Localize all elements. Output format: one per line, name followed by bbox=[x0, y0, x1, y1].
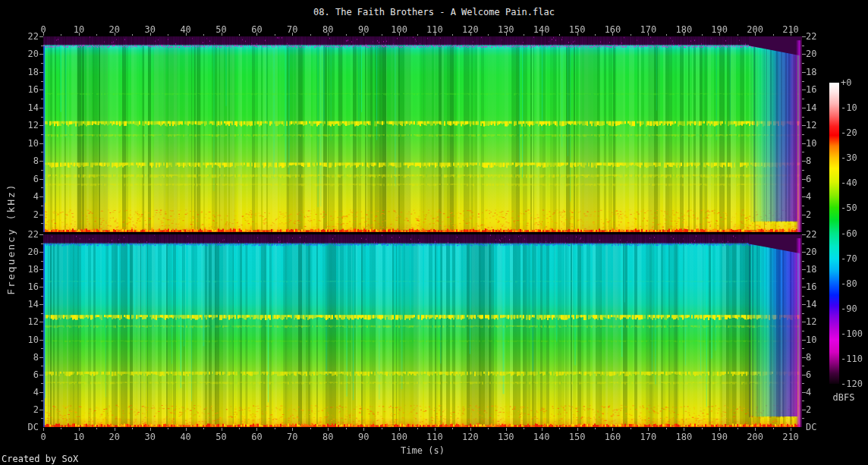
tick-mark bbox=[186, 33, 187, 36]
tick-mark bbox=[186, 428, 187, 431]
tick-mark bbox=[802, 322, 806, 322]
tick-mark bbox=[648, 33, 649, 36]
freq-tick-label: 2 bbox=[33, 404, 39, 414]
tick-mark bbox=[577, 33, 578, 36]
tick-mark bbox=[39, 252, 43, 253]
tick-mark bbox=[41, 278, 43, 279]
freq-tick-label: 20 bbox=[28, 49, 39, 59]
tick-mark bbox=[542, 33, 542, 36]
tick-mark bbox=[39, 357, 43, 358]
freq-tick-label: 4 bbox=[806, 192, 811, 202]
tick-mark bbox=[802, 348, 804, 349]
freq-tick-label: 10 bbox=[806, 335, 816, 344]
freq-tick-label: 6 bbox=[806, 174, 811, 184]
time-tick-label: 70 bbox=[287, 432, 297, 442]
tick-mark bbox=[310, 34, 311, 36]
tick-mark bbox=[39, 161, 43, 162]
freq-tick-label: 22 bbox=[28, 230, 39, 240]
tick-mark bbox=[39, 375, 43, 375]
colorbar-tick-label: -120 bbox=[841, 379, 863, 389]
tick-mark bbox=[203, 34, 204, 36]
tick-mark bbox=[96, 34, 97, 36]
tick-mark bbox=[43, 428, 44, 431]
tick-mark bbox=[802, 375, 806, 375]
time-tick-label: 60 bbox=[251, 432, 262, 442]
freq-tick-label: 14 bbox=[28, 300, 39, 309]
tick-mark bbox=[382, 428, 382, 429]
tick-mark bbox=[595, 428, 596, 429]
freq-tick-label: 10 bbox=[806, 138, 816, 148]
tick-mark bbox=[612, 428, 613, 431]
tick-mark bbox=[168, 428, 168, 429]
time-tick-label: 80 bbox=[322, 432, 333, 442]
tick-mark bbox=[275, 428, 275, 429]
tick-mark bbox=[802, 269, 806, 270]
tick-mark bbox=[802, 410, 806, 410]
tick-mark bbox=[417, 34, 418, 36]
colorbar-tick-label: -70 bbox=[841, 253, 857, 263]
tick-mark bbox=[61, 428, 61, 429]
tick-mark bbox=[96, 428, 97, 429]
tick-mark bbox=[115, 428, 115, 431]
tick-mark bbox=[43, 33, 44, 36]
tick-mark bbox=[802, 243, 804, 244]
colorbar-tick-label: -50 bbox=[841, 203, 857, 213]
freq-tick-label-dc: DC bbox=[806, 423, 816, 432]
tick-mark bbox=[346, 428, 347, 429]
freq-tick-label: 20 bbox=[806, 247, 816, 257]
freq-tick-label: 18 bbox=[806, 265, 816, 275]
tick-mark bbox=[452, 34, 453, 36]
tick-mark bbox=[802, 392, 806, 393]
tick-mark bbox=[802, 72, 806, 73]
time-tick-label: 10 bbox=[74, 432, 84, 442]
tick-mark bbox=[802, 206, 804, 206]
freq-tick-label: 10 bbox=[28, 138, 39, 148]
tick-mark bbox=[41, 383, 43, 384]
tick-mark bbox=[39, 234, 43, 235]
freq-axis-label: Frequency (kHz) bbox=[5, 183, 17, 294]
freq-tick-label: 16 bbox=[28, 282, 39, 292]
freq-tick-label: 8 bbox=[806, 156, 811, 166]
freq-tick-label: 8 bbox=[806, 352, 811, 362]
tick-mark bbox=[773, 428, 774, 429]
time-tick-label: 190 bbox=[711, 432, 728, 442]
tick-mark bbox=[39, 108, 43, 108]
freq-tick-label: 14 bbox=[806, 102, 816, 112]
tick-mark bbox=[41, 134, 43, 135]
tick-mark bbox=[39, 179, 43, 180]
freq-tick-label: 22 bbox=[806, 32, 816, 42]
tick-mark bbox=[559, 34, 560, 36]
freq-tick-label: 6 bbox=[33, 174, 39, 184]
tick-mark bbox=[595, 34, 596, 36]
time-tick-label: 90 bbox=[358, 432, 369, 442]
tick-mark bbox=[719, 33, 720, 36]
tick-mark bbox=[435, 33, 436, 36]
tick-mark bbox=[39, 269, 43, 270]
tick-mark bbox=[802, 117, 804, 118]
freq-tick-label: 16 bbox=[806, 282, 816, 292]
tick-mark bbox=[802, 90, 806, 90]
tick-mark bbox=[631, 428, 631, 429]
tick-mark bbox=[802, 179, 806, 180]
tick-mark bbox=[79, 428, 80, 431]
tick-mark bbox=[802, 125, 806, 126]
tick-mark bbox=[256, 33, 257, 36]
freq-tick-label-dc: DC bbox=[28, 423, 39, 432]
colorbar-tick-label: -90 bbox=[841, 303, 857, 313]
freq-tick-label: 18 bbox=[28, 265, 39, 275]
tick-mark bbox=[39, 54, 43, 55]
time-tick-label: 0 bbox=[40, 432, 46, 442]
tick-mark bbox=[41, 261, 43, 262]
tick-mark bbox=[222, 33, 222, 36]
tick-mark bbox=[39, 90, 43, 90]
tick-mark bbox=[684, 428, 684, 431]
tick-mark bbox=[292, 428, 293, 431]
tick-mark bbox=[802, 313, 804, 314]
tick-mark bbox=[802, 401, 804, 401]
time-tick-label: 210 bbox=[782, 432, 799, 442]
tick-mark bbox=[802, 108, 806, 108]
tick-mark bbox=[41, 223, 43, 224]
tick-mark bbox=[791, 428, 791, 431]
freq-tick-label: 4 bbox=[806, 387, 811, 397]
tick-mark bbox=[239, 34, 240, 36]
